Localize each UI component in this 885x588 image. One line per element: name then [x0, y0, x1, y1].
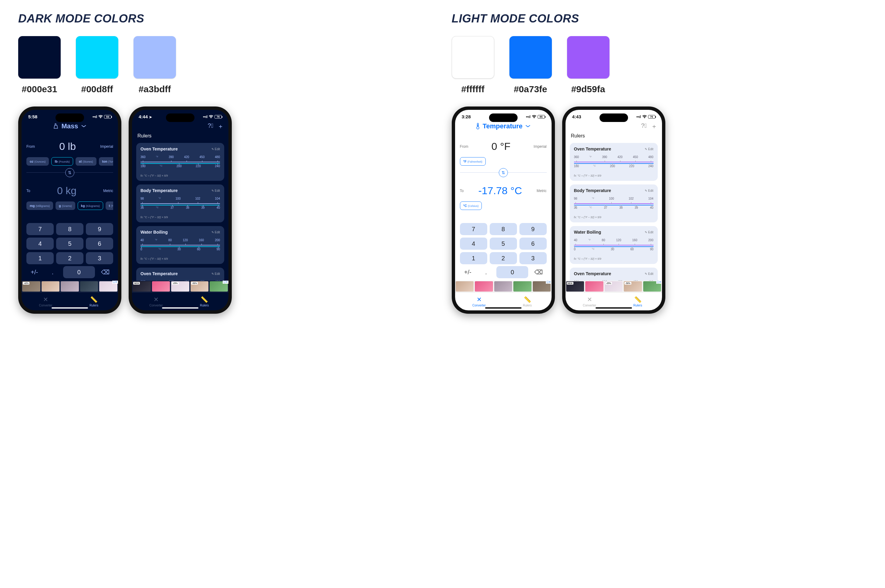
ruler-scale-top: 360°F390420450480	[574, 278, 654, 280]
rulers-list[interactable]: Oven Temperature✎ Edit360°F3904204504801…	[566, 141, 662, 280]
key-2[interactable]: 2	[490, 252, 517, 264]
ad-thumb[interactable]: -50%	[624, 281, 642, 292]
edit-button[interactable]: ✎ Edit	[645, 231, 653, 234]
key-3[interactable]: 3	[519, 252, 547, 264]
edit-button[interactable]: ✎ Edit	[212, 231, 220, 234]
key-4[interactable]: 4	[460, 238, 487, 250]
ad-thumb[interactable]: -25%	[604, 281, 623, 292]
category-selector[interactable]: Mass	[53, 122, 87, 130]
key-5[interactable]: 5	[56, 238, 83, 250]
ad-info-icon[interactable]: ⓘ✕	[656, 280, 662, 284]
ruler-card[interactable]: Body Temperature✎ Edit98°F10010210436°C3…	[136, 184, 224, 222]
key-4[interactable]: 4	[26, 238, 54, 250]
hex-label: #9d59fa	[571, 84, 605, 94]
home-indicator[interactable]	[52, 308, 88, 309]
key-delete[interactable]: ⌫	[531, 267, 546, 278]
rulers-list[interactable]: Oven Temperature✎ Edit360°F3904204504801…	[132, 141, 228, 280]
unit-chip-f[interactable]: °F (Fahrenheit)	[460, 157, 486, 166]
ruler-card[interactable]: Oven Temperature✎ Edit360°F3904204504801…	[570, 143, 658, 181]
ad-strip[interactable]: -42% ⓘ✕	[21, 280, 118, 292]
ad-info-icon[interactable]: ⓘ✕	[223, 280, 228, 284]
ad-info-icon[interactable]: ⓘ✕	[112, 280, 118, 284]
tick-label: 36	[574, 206, 578, 212]
key-9[interactable]: 9	[86, 223, 113, 235]
ruler-card[interactable]: Water Boiling✎ Edit40°F801201602000°C306…	[570, 226, 658, 264]
key-8[interactable]: 8	[490, 223, 517, 235]
ruler-card[interactable]: Oven Temperature✎ Edit360°F390420450480	[136, 268, 224, 280]
ruler-card[interactable]: Water Boiling✎ Edit40°F801201602000°C306…	[136, 226, 224, 264]
hex-label: #00d8ff	[81, 84, 113, 94]
unit-chip-ton[interactable]: ton (Tons s	[99, 157, 113, 166]
edit-button[interactable]: ✎ Edit	[645, 147, 653, 151]
key-1[interactable]: 1	[460, 252, 487, 264]
edit-button[interactable]: ✎ Edit	[645, 272, 653, 276]
ruler-card[interactable]: Oven Temperature✎ Edit360°F390420450480	[570, 268, 658, 280]
phone-dark-converter: 5:58 ••ıl 84	[18, 106, 122, 314]
ad-thumb[interactable]	[42, 281, 60, 292]
key-1[interactable]: 1	[26, 252, 54, 264]
home-indicator[interactable]	[162, 308, 198, 309]
ad-thumb[interactable]	[475, 281, 493, 292]
edit-button[interactable]: ✎ Edit	[212, 189, 220, 192]
from-value[interactable]: 0 lb	[59, 141, 76, 152]
ad-thumb[interactable]	[585, 281, 603, 292]
ruler-card[interactable]: Oven Temperature✎ Edit360°F3904204504801…	[136, 143, 224, 181]
ad-thumb[interactable]: NEW	[566, 281, 584, 292]
key-dot[interactable]: .	[45, 267, 60, 278]
swap-button[interactable]: ⇅	[65, 168, 74, 177]
key-6[interactable]: 6	[86, 238, 113, 250]
edit-button[interactable]: ✎ Edit	[212, 147, 220, 151]
ad-thumb[interactable]	[80, 281, 98, 292]
ad-thumb[interactable]: -42%	[22, 281, 40, 292]
ad-thumb[interactable]	[494, 281, 512, 292]
key-9[interactable]: 9	[519, 223, 547, 235]
unit-chip-st[interactable]: st (Stones)	[75, 157, 96, 166]
unit-chip-oz[interactable]: oz (Ounces)	[26, 157, 49, 166]
home-indicator[interactable]	[485, 308, 522, 309]
ad-strip[interactable]: NEW -25% -50% ⓘ✕	[132, 280, 228, 292]
key-8[interactable]: 8	[56, 223, 83, 235]
key-5[interactable]: 5	[490, 238, 517, 250]
tick-label: 60	[197, 248, 200, 254]
ad-thumb[interactable]: -50%	[190, 281, 209, 292]
unit-chip-g[interactable]: g (Grams)	[56, 201, 75, 210]
category-selector[interactable]: Temperature	[476, 122, 531, 130]
ad-thumb[interactable]	[513, 281, 531, 292]
add-icon[interactable]: ＋	[651, 122, 657, 130]
key-2[interactable]: 2	[56, 252, 83, 264]
ad-strip[interactable]: NEW -25% -50% ⓘ✕	[566, 280, 662, 292]
unit-chip-kg[interactable]: kg (Kilograms)	[78, 201, 103, 210]
unit-chip-mg[interactable]: mg (Milligrams)	[26, 201, 53, 210]
edit-button[interactable]: ✎ Edit	[645, 189, 653, 192]
key-6[interactable]: 6	[519, 238, 547, 250]
key-sign[interactable]: +/-	[26, 267, 42, 278]
ad-info-icon[interactable]: ⓘ✕	[546, 280, 552, 284]
unit-chip-lb[interactable]: lb (Pounds)	[51, 157, 73, 166]
key-dot[interactable]: .	[478, 267, 494, 278]
ad-thumb[interactable]	[152, 281, 170, 292]
key-0[interactable]: 0	[63, 266, 95, 278]
tick-label: 30	[177, 248, 181, 254]
key-sign[interactable]: +/-	[460, 267, 476, 278]
from-value[interactable]: 0 °F	[492, 141, 511, 152]
key-0[interactable]: 0	[496, 266, 528, 278]
ad-strip[interactable]: ⓘ✕	[455, 280, 552, 292]
add-icon[interactable]: ＋	[218, 122, 224, 130]
ad-thumb[interactable]: NEW	[133, 281, 151, 292]
unit-chip-t[interactable]: t (Ton	[106, 201, 113, 210]
help-icon[interactable]: ?⃝	[208, 122, 213, 130]
key-delete[interactable]: ⌫	[98, 267, 113, 278]
key-7[interactable]: 7	[26, 223, 54, 235]
unit-chip-c[interactable]: °C (Celsius)	[460, 201, 482, 210]
edit-button[interactable]: ✎ Edit	[212, 272, 220, 276]
signal-icon: ••ıl	[93, 115, 97, 119]
ad-thumb[interactable]	[61, 281, 79, 292]
ad-thumb[interactable]: -25%	[171, 281, 189, 292]
ruler-card[interactable]: Body Temperature✎ Edit98°F10010210436°C3…	[570, 184, 658, 222]
ad-thumb[interactable]	[456, 281, 474, 292]
home-indicator[interactable]	[596, 308, 632, 309]
key-3[interactable]: 3	[86, 252, 113, 264]
key-7[interactable]: 7	[460, 223, 487, 235]
help-icon[interactable]: ?⃝	[641, 122, 646, 130]
swap-button[interactable]: ⇅	[499, 168, 508, 177]
